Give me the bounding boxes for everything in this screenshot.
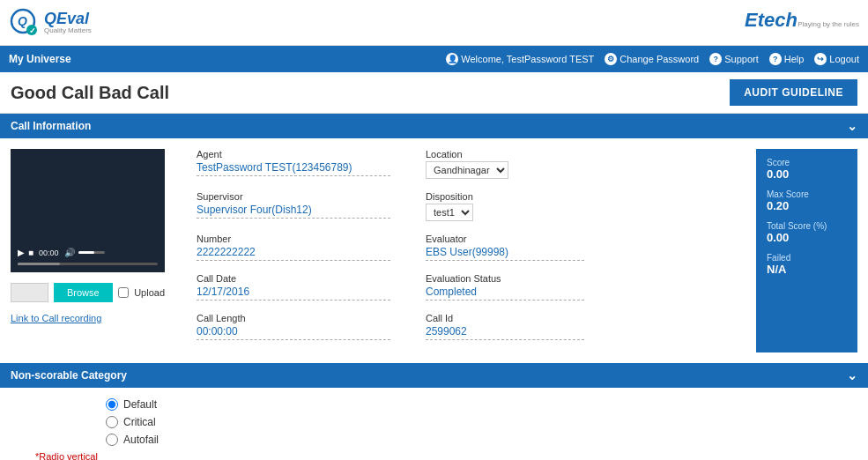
progress-bar[interactable] (18, 263, 158, 265)
svg-text:Etech: Etech (745, 9, 798, 31)
failed-val: N/A (767, 263, 847, 276)
failed-item: Failed N/A (767, 253, 847, 276)
failed-key: Failed (767, 253, 847, 263)
agent-label: Agent (197, 149, 390, 160)
top-header: Q ✓ QEval Quality Matters Etech Playing … (0, 0, 868, 46)
video-controls: ▶ ■ 00:00 🔊 (18, 248, 158, 257)
call-id-label: Call Id (426, 313, 584, 323)
qeval-logo: Q ✓ QEval Quality Matters (9, 7, 92, 39)
radio-critical[interactable] (106, 416, 118, 428)
qeval-logo-icon: Q ✓ (9, 7, 41, 39)
qeval-logo-sub: Quality Matters (44, 26, 92, 34)
eval-status-label: Evaluation Status (426, 273, 584, 284)
eval-status-value: Completed (426, 286, 584, 300)
radio-critical-label: Critical (123, 416, 156, 428)
link-recording[interactable]: Link to Call recording (11, 313, 165, 323)
score-key: Score (767, 158, 847, 167)
call-info-body: ▶ ■ 00:00 🔊 Browse Upload Link to C (0, 138, 868, 363)
radio-default-label: Default (123, 398, 157, 411)
number-value: 2222222222 (197, 246, 390, 261)
call-date-value: 12/17/2016 (197, 286, 390, 300)
non-scorable-body: Default Critical Autofail *Radio vertica… (0, 388, 868, 460)
max-score-val: 0.20 (767, 199, 847, 212)
disposition-field: Disposition test1 (426, 191, 584, 221)
collapse-icon[interactable]: ⌄ (847, 119, 857, 133)
upload-label: Upload (134, 287, 165, 298)
qeval-logo-text: QEval (44, 11, 92, 26)
play-button[interactable]: ▶ (18, 248, 25, 257)
evaluator-field: Evaluator EBS User(99998) (426, 234, 584, 261)
radio-item-critical: Critical (106, 416, 833, 428)
user-icon: 👤 (446, 53, 458, 65)
supervisor-field: Supervisor Supervisor Four(Dish12) (197, 191, 390, 221)
radio-vertical-label: *Radio vertical (35, 451, 833, 460)
radio-autofail-label: Autofail (123, 434, 159, 446)
collapse-non-scorable-icon[interactable]: ⌄ (847, 368, 857, 382)
file-input[interactable] (11, 283, 48, 302)
logout-icon: ↪ (814, 53, 827, 65)
settings-icon: ⚙ (605, 53, 617, 65)
radio-autofail[interactable] (106, 434, 118, 446)
nav-logout[interactable]: ↪ Logout (814, 53, 859, 65)
location-value: Gandhinagar (426, 161, 584, 179)
etech-logo: Etech Playing by the rules (745, 5, 859, 40)
time-display: 00:00 (39, 249, 59, 257)
upload-checkbox[interactable] (118, 287, 129, 298)
agent-value: TestPassword TEST(123456789) (197, 161, 390, 176)
number-label: Number (197, 234, 390, 244)
help-icon: ? (769, 53, 782, 65)
nav-bar: My Universe 👤 Welcome, TestPassword TEST… (0, 46, 868, 72)
call-info-label: Call Information (11, 120, 91, 132)
video-player: ▶ ■ 00:00 🔊 Browse Upload Link to C (11, 149, 165, 352)
volume-slider[interactable] (78, 251, 105, 254)
max-score-key: Max Score (767, 189, 847, 199)
nav-right: 👤 Welcome, TestPassword TEST ⚙ Change Pa… (446, 53, 859, 65)
call-info-header: Call Information ⌄ (0, 114, 868, 138)
upload-row: Browse Upload (11, 283, 165, 302)
score-val: 0.00 (767, 167, 847, 181)
etech-logo-sub: Playing by the rules (798, 20, 859, 28)
call-length-field: Call Length 00:00:00 (197, 313, 390, 340)
call-id-value: 2599062 (426, 325, 584, 340)
audit-guideline-button[interactable]: AUDIT GUIDELINE (730, 79, 857, 106)
supervisor-value: Supervisor Four(Dish12) (197, 204, 390, 219)
location-select[interactable]: Gandhinagar (426, 161, 508, 179)
call-info-section: Call Information ⌄ ▶ ■ 00:00 🔊 (0, 114, 868, 363)
number-field: Number 2222222222 (197, 234, 390, 261)
call-length-label: Call Length (197, 313, 390, 323)
eval-status-field: Evaluation Status Completed (426, 273, 584, 300)
total-score-val: 0.00 (767, 231, 847, 244)
nav-support[interactable]: ? Support (709, 53, 759, 65)
evaluator-value: EBS User(99998) (426, 246, 584, 261)
score-panel: Score 0.00 Max Score 0.20 Total Score (%… (756, 149, 857, 352)
volume-icon: 🔊 (64, 248, 75, 257)
total-score-item: Total Score (%) 0.00 (767, 221, 847, 244)
form-fields: Agent TestPassword TEST(123456789) Locat… (179, 149, 742, 352)
nav-change-password[interactable]: ⚙ Change Password (605, 53, 699, 65)
disposition-select[interactable]: test1 (426, 204, 473, 221)
disposition-value: test1 (426, 204, 584, 221)
agent-field: Agent TestPassword TEST(123456789) (197, 149, 390, 179)
radio-group: Default Critical Autofail (35, 398, 833, 446)
page-title-row: Good Call Bad Call AUDIT GUIDELINE (0, 72, 868, 114)
max-score-item: Max Score 0.20 (767, 189, 847, 212)
page-title: Good Call Bad Call (11, 83, 169, 103)
call-date-label: Call Date (197, 273, 390, 284)
disposition-label: Disposition (426, 191, 584, 202)
svg-text:✓: ✓ (29, 26, 36, 35)
support-icon: ? (709, 53, 722, 65)
evaluator-label: Evaluator (426, 234, 584, 244)
radio-item-default: Default (106, 398, 833, 411)
location-field: Location Gandhinagar (426, 149, 584, 179)
total-score-key: Total Score (%) (767, 221, 847, 231)
non-scorable-header: Non-scorable Category ⌄ (0, 363, 868, 388)
browse-button[interactable]: Browse (54, 283, 114, 302)
nav-my-universe[interactable]: My Universe (9, 53, 71, 65)
supervisor-label: Supervisor (197, 191, 390, 202)
video-screen: ▶ ■ 00:00 🔊 (11, 149, 165, 272)
nav-help[interactable]: ? Help (769, 53, 805, 65)
call-length-value: 00:00:00 (197, 325, 390, 340)
radio-default[interactable] (106, 398, 118, 411)
svg-text:Q: Q (18, 14, 27, 28)
stop-button[interactable]: ■ (28, 248, 33, 257)
